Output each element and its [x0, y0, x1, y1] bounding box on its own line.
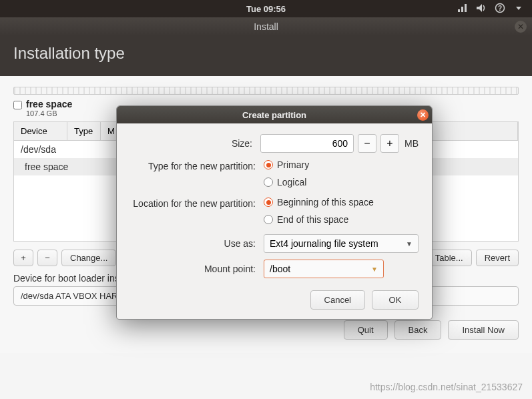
size-input[interactable] — [260, 134, 354, 153]
radio-icon — [264, 160, 273, 169]
use-as-select[interactable]: Ext4 journaling file system ▼ — [264, 234, 419, 253]
mount-label: Mount point: — [130, 264, 264, 274]
window-title: Install — [254, 21, 278, 32]
size-label: Size: — [130, 138, 260, 149]
freespace-label: free space — [26, 99, 72, 109]
svg-marker-6 — [516, 7, 521, 10]
chevron-down-icon: ▼ — [371, 266, 378, 273]
location-label: Location for the new partition: — [130, 197, 264, 209]
chevron-down-icon: ▼ — [406, 240, 413, 248]
dialog-title: Create partition — [242, 110, 306, 120]
size-decrement-button[interactable]: − — [358, 134, 376, 153]
back-button[interactable]: Back — [394, 320, 442, 340]
col-type[interactable]: Type — [67, 122, 101, 140]
svg-rect-1 — [461, 7, 463, 12]
remove-partition-button[interactable]: − — [37, 250, 57, 266]
svg-rect-0 — [458, 9, 460, 12]
close-icon[interactable]: ✕ — [515, 21, 527, 33]
mount-point-combobox[interactable]: /boot ▼ — [264, 260, 384, 278]
svg-rect-2 — [465, 4, 467, 12]
svg-text:?: ? — [498, 5, 502, 12]
volume-icon[interactable] — [476, 3, 487, 15]
svg-marker-3 — [477, 4, 482, 12]
watermark: https://blog.csdn.net/sinat_21533627 — [370, 382, 523, 392]
radio-end[interactable]: End of this space — [264, 214, 348, 225]
col-device[interactable]: Device — [14, 122, 67, 140]
radio-icon — [264, 197, 273, 207]
use-as-label: Use as: — [130, 238, 264, 249]
freespace-checkbox[interactable] — [13, 101, 22, 109]
create-partition-dialog: Create partition ✕ Size: − + MB Type for… — [116, 105, 433, 320]
systray: ? — [457, 3, 524, 15]
size-unit: MB — [405, 138, 419, 149]
radio-primary[interactable]: Primary — [264, 159, 309, 170]
radio-logical[interactable]: Logical — [264, 177, 306, 187]
quit-button[interactable]: Quit — [344, 320, 388, 340]
radio-beginning[interactable]: Beginning of this space — [264, 197, 374, 208]
network-icon[interactable] — [457, 3, 468, 15]
type-label: Type for the new partition: — [130, 159, 264, 171]
disk-usage-bar[interactable] — [13, 87, 519, 95]
install-now-button[interactable]: Install Now — [448, 320, 519, 340]
change-partition-button[interactable]: Change... — [61, 250, 116, 266]
size-increment-button[interactable]: + — [380, 134, 399, 153]
chevron-down-icon[interactable] — [513, 3, 524, 15]
dialog-titlebar: Create partition ✕ — [117, 106, 432, 123]
window-titlebar: Install ✕ — [0, 17, 532, 36]
freespace-size: 107.4 GB — [26, 109, 72, 117]
revert-button[interactable]: Revert — [476, 250, 519, 266]
cancel-button[interactable]: Cancel — [310, 290, 365, 310]
top-menubar: Tue 09:56 ? — [0, 0, 532, 17]
page-title: Installation type — [0, 36, 532, 76]
close-icon[interactable]: ✕ — [417, 109, 429, 121]
add-partition-button[interactable]: + — [13, 250, 33, 266]
help-icon[interactable]: ? — [495, 3, 505, 15]
radio-icon — [264, 177, 273, 187]
radio-icon — [264, 215, 273, 224]
clock: Tue 09:56 — [246, 4, 286, 14]
wizard-footer: Quit Back Install Now — [13, 320, 519, 340]
ok-button[interactable]: OK — [372, 290, 419, 310]
